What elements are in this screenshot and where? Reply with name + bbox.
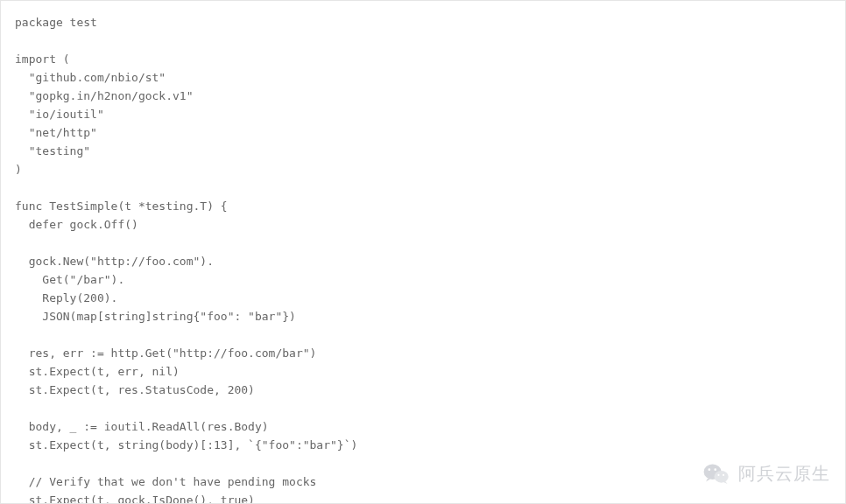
code-snippet: package test import ( "github.com/nbio/s… bbox=[0, 0, 846, 504]
code-content: package test import ( "github.com/nbio/s… bbox=[15, 16, 357, 504]
